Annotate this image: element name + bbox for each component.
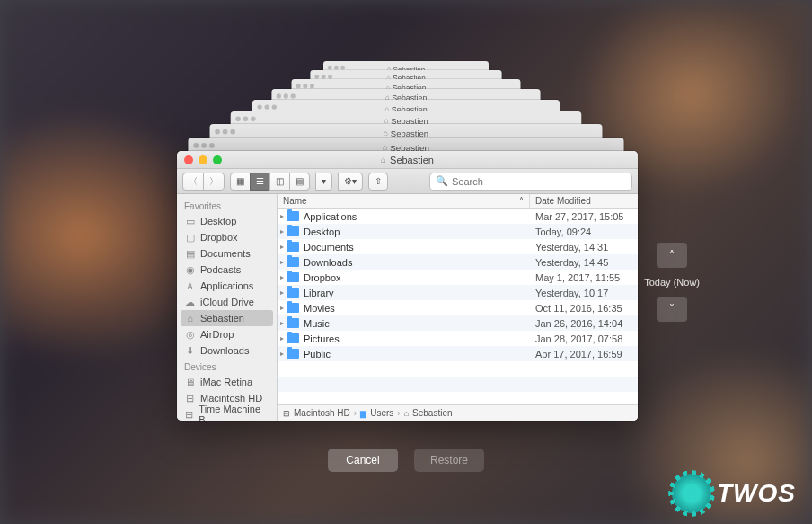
table-row[interactable]: ▸DocumentsYesterday, 14:31 (278, 239, 638, 254)
forward-button[interactable]: 〉 (203, 173, 225, 191)
file-name: Music (304, 318, 530, 329)
timeline-down-button[interactable]: ˅ (657, 297, 687, 322)
action-group: ⚙︎▾ (338, 173, 363, 191)
close-button[interactable] (184, 155, 193, 164)
sidebar-item-airdrop[interactable]: ◎AirDrop (177, 326, 277, 342)
view-buttons: ▦ ☰ ◫ ▤ (230, 173, 310, 191)
table-row[interactable]: ▸PublicApr 17, 2017, 16:59 (278, 346, 638, 361)
sidebar-item-podcasts[interactable]: ◉Podcasts (177, 262, 277, 278)
dropbox-icon: ▢ (184, 232, 196, 244)
file-date: Jan 26, 2016, 14:04 (530, 318, 638, 329)
share-button[interactable]: ⇧ (368, 173, 388, 191)
toolbar: 〈 〉 ▦ ☰ ◫ ▤ ▾ ⚙︎▾ ⇧ 🔍 (177, 169, 638, 194)
folder-icon (287, 242, 299, 252)
file-date: Apr 17, 2017, 16:59 (530, 349, 638, 360)
path-segment[interactable]: Macintosh HD (294, 408, 350, 418)
disclosure-triangle-icon[interactable]: ▸ (278, 289, 287, 297)
file-date: Today, 09:24 (530, 226, 638, 237)
file-name: Library (304, 288, 530, 298)
file-name: Downloads (304, 257, 530, 268)
file-date: May 1, 2017, 11:55 (530, 272, 638, 283)
table-row[interactable]: ▸DesktopToday, 09:24 (278, 224, 638, 239)
sidebar-item-applications[interactable]: ＡApplications (177, 278, 277, 294)
timemachine-icon: ⊟ (184, 409, 194, 421)
disk-icon: ⊟ (184, 393, 196, 404)
cancel-button[interactable]: Cancel (328, 449, 398, 472)
file-name: Pictures (304, 333, 530, 344)
action-button[interactable]: ⚙︎▾ (338, 173, 363, 191)
column-view-button[interactable]: ◫ (269, 173, 290, 191)
airdrop-icon: ◎ (184, 329, 196, 341)
column-date-modified[interactable]: Date Modified (530, 194, 638, 208)
path-bar[interactable]: ⊟ Macintosh HD › ▆ Users › ⌂ Sebastien (278, 404, 638, 421)
sidebar-item-downloads[interactable]: ⬇Downloads (177, 342, 277, 359)
footer-buttons: Cancel Restore (328, 449, 484, 472)
empty-row (278, 361, 638, 377)
timeline-up-button[interactable]: ˄ (657, 243, 687, 268)
file-name: Applications (304, 211, 530, 222)
table-row[interactable]: ▸LibraryYesterday, 10:17 (278, 285, 638, 300)
table-row[interactable]: ▸ApplicationsMar 27, 2017, 15:05 (278, 209, 638, 224)
titlebar[interactable]: ⌂ Sebastien (177, 151, 638, 169)
empty-row (278, 392, 638, 404)
sidebar-item-documents[interactable]: ▤Documents (177, 245, 277, 262)
icloud-icon: ☁ (184, 297, 196, 308)
search-field[interactable]: 🔍 (429, 173, 632, 191)
sidebar-item-sebastien[interactable]: ⌂Sebastien (181, 310, 273, 326)
file-list: Name˄ Date Modified ▸ApplicationsMar 27,… (278, 194, 638, 421)
table-row[interactable]: ▸PicturesJan 28, 2017, 07:58 (278, 331, 638, 346)
column-headers[interactable]: Name˄ Date Modified (278, 194, 638, 209)
sidebar-item-dropbox[interactable]: ▢Dropbox (177, 229, 277, 245)
search-input[interactable] (452, 176, 626, 187)
disclosure-triangle-icon[interactable]: ▸ (278, 334, 287, 342)
sidebar-item-imac[interactable]: 🖥iMac Retina (177, 374, 277, 390)
sidebar-item-icloud[interactable]: ☁iCloud Drive (177, 294, 277, 310)
logo-text: TWOS (717, 479, 796, 508)
sidebar-item-desktop[interactable]: ▭Desktop (177, 213, 277, 229)
disclosure-triangle-icon[interactable]: ▸ (278, 350, 287, 358)
sidebar-item-timemachine[interactable]: ⊟Time Machine B… (177, 406, 277, 421)
timeline-navigator: ˄ Today (Now) ˅ (644, 243, 700, 322)
file-name: Documents (304, 242, 530, 253)
column-name[interactable]: Name˄ (278, 194, 530, 208)
sidebar-heading-favorites: Favorites (177, 198, 277, 213)
arrange-button[interactable]: ▾ (315, 173, 332, 191)
maximize-button[interactable] (213, 155, 222, 164)
disclosure-triangle-icon[interactable]: ▸ (278, 258, 287, 266)
nav-buttons: 〈 〉 (182, 173, 225, 191)
chevron-up-icon: ˄ (669, 249, 675, 262)
chevron-down-icon: ˅ (669, 303, 675, 315)
applications-icon: Ａ (184, 280, 196, 293)
folder-icon (287, 303, 299, 313)
rows-container: ▸ApplicationsMar 27, 2017, 15:05▸Desktop… (278, 209, 638, 404)
folder-icon (287, 257, 299, 267)
podcasts-icon: ◉ (184, 264, 196, 276)
table-row[interactable]: ▸MoviesOct 11, 2016, 16:35 (278, 300, 638, 315)
window-title: Sebastien (390, 155, 434, 165)
minimize-button[interactable] (199, 155, 207, 164)
table-row[interactable]: ▸MusicJan 26, 2016, 14:04 (278, 315, 638, 331)
icon-view-button[interactable]: ▦ (230, 173, 251, 191)
file-date: Jan 28, 2017, 07:58 (530, 333, 638, 344)
disclosure-triangle-icon[interactable]: ▸ (278, 319, 287, 327)
restore-button[interactable]: Restore (414, 449, 484, 472)
path-segment[interactable]: Users (370, 408, 393, 418)
folder-icon (287, 333, 299, 343)
disclosure-triangle-icon[interactable]: ▸ (278, 304, 287, 312)
path-segment[interactable]: Sebastien (412, 408, 452, 418)
disclosure-triangle-icon[interactable]: ▸ (278, 212, 287, 220)
file-date: Oct 11, 2016, 16:35 (530, 303, 638, 314)
list-view-button[interactable]: ☰ (250, 173, 270, 191)
disclosure-triangle-icon[interactable]: ▸ (278, 243, 287, 251)
finder-window: ⌂ Sebastien 〈 〉 ▦ ☰ ◫ ▤ ▾ ⚙︎▾ ⇧ 🔍 Favori… (177, 151, 638, 421)
sidebar-heading-devices: Devices (177, 359, 277, 374)
sort-indicator-icon: ˄ (519, 196, 524, 206)
chevron-right-icon: › (397, 408, 400, 418)
table-row[interactable]: ▸DropboxMay 1, 2017, 11:55 (278, 270, 638, 285)
disclosure-triangle-icon[interactable]: ▸ (278, 227, 287, 235)
coverflow-view-button[interactable]: ▤ (289, 173, 310, 191)
table-row[interactable]: ▸DownloadsYesterday, 14:45 (278, 254, 638, 270)
file-date: Yesterday, 14:31 (530, 242, 638, 253)
back-button[interactable]: 〈 (182, 173, 204, 191)
disclosure-triangle-icon[interactable]: ▸ (278, 273, 287, 281)
